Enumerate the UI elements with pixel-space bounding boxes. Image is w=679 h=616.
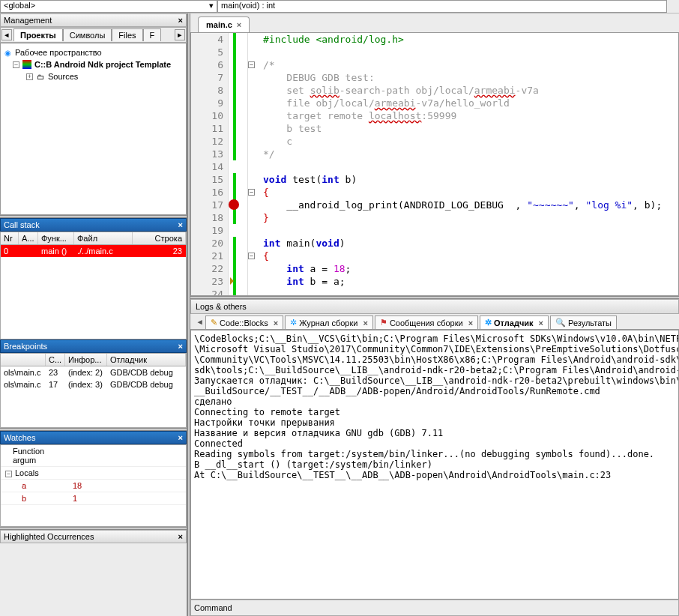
search-icon: 🔍 — [555, 318, 566, 327]
pencil-icon: ✎ — [211, 318, 217, 327]
gear-icon: ✲ — [290, 318, 297, 327]
breakpoint-marker[interactable] — [229, 199, 239, 210]
logtab-debugger[interactable]: ✲Отладчик× — [480, 315, 549, 329]
bug-icon: ✲ — [485, 318, 492, 327]
logtab-codeblocks[interactable]: ✎Code::Blocks× — [205, 315, 283, 329]
close-icon[interactable]: × — [468, 318, 473, 327]
logs-tabbar: ◂ ✎Code::Blocks× ✲Журнал сборки× ⚑Сообще… — [190, 314, 679, 330]
logtab-prev[interactable]: ◂ — [195, 315, 205, 329]
current-line-marker — [229, 276, 239, 286]
tab-f[interactable]: F — [143, 28, 162, 41]
watches-title: Watches× — [0, 431, 187, 444]
close-icon[interactable]: × — [363, 318, 367, 327]
project-tree[interactable]: ◉Рабочее пространство −C::B Android Ndk … — [0, 43, 187, 215]
folder-icon: 🗀 — [35, 71, 46, 82]
flag-icon: ⚑ — [380, 318, 387, 327]
close-icon[interactable]: × — [237, 20, 241, 29]
globe-icon: ◉ — [2, 47, 13, 58]
watches-grid[interactable]: Function argum −Locals a18 b1 — [0, 444, 187, 527]
close-icon[interactable]: × — [178, 220, 183, 229]
close-icon[interactable]: × — [178, 342, 183, 351]
breakpoint-row[interactable]: ols\main.c 17 (index: 3) GDB/CDB debug — [0, 378, 187, 390]
close-icon[interactable]: × — [178, 532, 183, 541]
editor-tab-main[interactable]: main.c × — [198, 16, 250, 32]
logtab-results[interactable]: 🔍Результаты — [550, 315, 617, 329]
callstack-row[interactable]: 0 main () ./../main.c 23 — [0, 245, 187, 257]
collapse-icon[interactable]: − — [13, 61, 19, 68]
function-dropdown[interactable]: main(void) : int — [217, 0, 667, 13]
callstack-header[interactable]: Nr А... Функ... Файл Строка — [0, 232, 187, 245]
breakpoint-row[interactable]: ols\main.c 23 (index: 2) GDB/CDB debug — [0, 366, 187, 378]
code-editor[interactable]: 4567891011121314151617181920212223242526… — [190, 32, 679, 296]
codeblocks-icon — [22, 60, 31, 69]
scope-dropdown[interactable]: <global>▾ — [0, 0, 217, 13]
logtab-buildlog[interactable]: ✲Журнал сборки× — [285, 315, 373, 329]
management-title: Management× — [0, 13, 187, 27]
nav-next-button[interactable]: ▸ — [175, 29, 185, 40]
debugger-output[interactable]: \CodeBlocks;C:\__Bin\__VCS\Git\bin;C:\Pr… — [190, 330, 679, 600]
scope-bar: <global>▾ main(void) : int — [0, 0, 679, 13]
command-row: Command — [190, 600, 679, 616]
tab-symbols[interactable]: Символы — [63, 28, 112, 41]
logs-header: Logs & others — [190, 299, 679, 314]
breakpoints-title: Breakpoints× — [0, 339, 187, 353]
tab-projects[interactable]: Проекты — [13, 28, 63, 41]
tab-files[interactable]: Files — [112, 28, 142, 41]
close-icon[interactable]: × — [178, 16, 183, 25]
callstack-title: Call stack× — [0, 218, 187, 232]
expand-icon[interactable]: + — [26, 73, 33, 80]
nav-prev-button[interactable]: ◂ — [1, 29, 12, 40]
close-icon[interactable]: × — [539, 318, 543, 327]
highlighted-title: Highlighted Occurrences× — [0, 530, 187, 543]
breakpoints-header[interactable]: С... Инфор... Отладчик — [0, 353, 187, 366]
close-icon[interactable]: × — [178, 433, 183, 442]
close-icon[interactable]: × — [274, 318, 278, 327]
logtab-buildmsg[interactable]: ⚑Сообщения сборки× — [375, 315, 478, 329]
